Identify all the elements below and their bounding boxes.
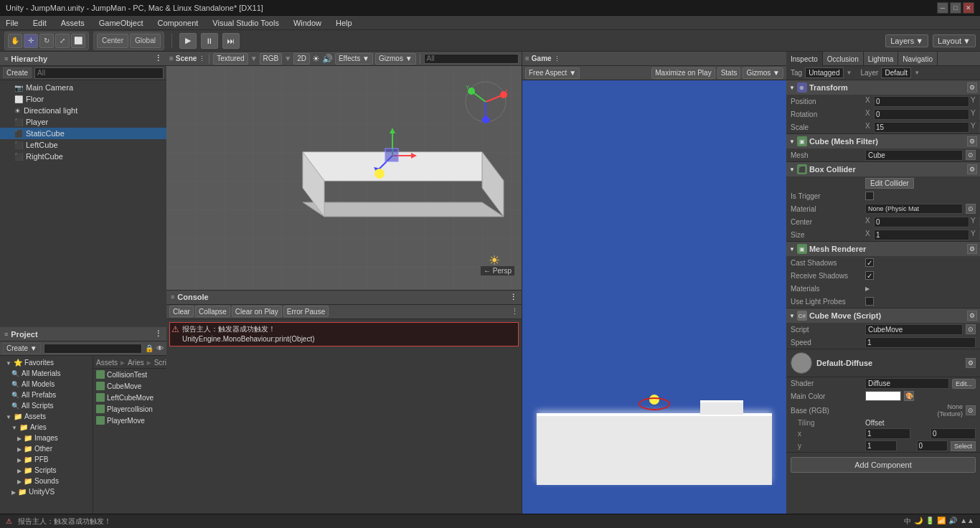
hierarchy-item-right-cube[interactable]: ⬛ RightCube — [0, 151, 166, 162]
sx-input[interactable] — [874, 230, 969, 240]
file-player-move[interactable]: PlayerMove — [93, 415, 166, 426]
game-gizmos-button[interactable]: Gizmos ▼ — [743, 67, 783, 79]
file-player-collision[interactable]: Playercollision — [93, 403, 166, 415]
offset-y-input[interactable] — [917, 440, 948, 451]
cx-input[interactable] — [874, 217, 969, 227]
tree-assets[interactable]: 📁 Assets — [0, 411, 93, 422]
2d-button[interactable]: 2D — [293, 53, 310, 65]
hierarchy-search-input[interactable] — [34, 67, 164, 79]
breadcrumb-aries[interactable]: Aries — [128, 359, 144, 367]
maximize-on-play-button[interactable]: Maximize on Play — [651, 67, 715, 79]
tab-lightmap[interactable]: Lightma — [864, 52, 899, 66]
menu-gameobject[interactable]: GameObject — [96, 19, 146, 27]
menu-edit[interactable]: Edit — [30, 19, 50, 27]
console-options-icon[interactable]: ⋮ — [509, 293, 517, 302]
layout-dropdown[interactable]: Layout ▼ — [933, 34, 976, 47]
console-clear-button[interactable]: Clear — [169, 306, 194, 317]
console-entry-0[interactable]: ⚠ 报告主人：触发器成功触发！ UnityEngine.MonoBehaviou… — [169, 322, 519, 346]
tiling-y-input[interactable] — [865, 440, 897, 451]
script-select-icon[interactable]: ⊙ — [966, 324, 976, 334]
tab-occlusion[interactable]: Occlusion — [823, 52, 864, 66]
tree-images[interactable]: 📁 Images — [0, 433, 93, 443]
tree-sounds[interactable]: 📁 Sounds — [0, 476, 93, 486]
minimize-button[interactable]: ─ — [937, 2, 948, 14]
console-collapse-button[interactable]: Collapse — [195, 306, 230, 317]
cube-move-settings-icon[interactable]: ⚙ — [967, 311, 977, 321]
layer-dropdown[interactable]: Default — [881, 67, 911, 78]
tree-scripts[interactable]: 📁 Scripts — [0, 465, 93, 476]
file-cube-move[interactable]: CubeMove — [93, 380, 166, 392]
cube-move-header[interactable]: ▼ C# Cube Move (Script) ⚙ — [786, 308, 980, 323]
hierarchy-options-icon[interactable]: ⋮ — [154, 54, 162, 63]
select-button[interactable]: Select — [951, 441, 976, 451]
console-error-pause-button[interactable]: Error Pause — [283, 306, 329, 317]
cast-shadows-checkbox[interactable] — [865, 258, 874, 267]
menu-vs-tools[interactable]: Visual Studio Tools — [209, 19, 282, 27]
tab-navigation[interactable]: Navigatio — [898, 52, 938, 66]
is-trigger-checkbox[interactable] — [865, 192, 874, 200]
rgb-button[interactable]: RGB — [260, 53, 283, 65]
step-button[interactable]: ⏭ — [222, 33, 240, 49]
maximize-button[interactable]: □ — [950, 2, 961, 14]
offset-x-input[interactable] — [930, 428, 976, 439]
file-collision-test[interactable]: CollisionTest — [93, 369, 166, 380]
file-left-cube-move[interactable]: LeftCubeMove — [93, 392, 166, 403]
use-light-probes-checkbox[interactable] — [865, 297, 874, 306]
breadcrumb-assets[interactable]: Assets — [96, 359, 118, 367]
close-button[interactable]: ✕ — [963, 2, 974, 14]
material-settings-icon[interactable]: ⚙ — [966, 358, 976, 368]
shader-edit-button[interactable]: Edit... — [952, 379, 976, 389]
hand-tool[interactable]: ✋ — [8, 34, 22, 48]
center-button[interactable]: Center — [97, 34, 128, 48]
stats-button[interactable]: Stats — [717, 67, 741, 79]
tree-all-prefabs[interactable]: 🔍 All Prefabs — [0, 390, 93, 400]
play-button[interactable]: ▶ — [179, 33, 197, 49]
transform-settings-icon[interactable]: ⚙ — [967, 82, 977, 93]
mesh-renderer-settings-icon[interactable]: ⚙ — [967, 244, 977, 254]
mesh-filter-settings-icon[interactable]: ⚙ — [967, 136, 977, 146]
scale-x-input[interactable] — [874, 122, 969, 133]
mesh-select-icon[interactable]: ⊙ — [966, 150, 976, 160]
pos-x-input[interactable] — [874, 96, 969, 107]
tree-all-materials[interactable]: 🔍 All Materials — [0, 368, 93, 379]
tab-inspector[interactable]: Inspecto — [786, 52, 823, 66]
tree-other[interactable]: 📁 Other — [0, 443, 93, 454]
breadcrumb-scripts[interactable]: Scripts — [154, 359, 166, 367]
box-collider-settings-icon[interactable]: ⚙ — [967, 164, 977, 174]
scene-light-icon[interactable]: ☀ — [312, 54, 320, 64]
tiling-x-input[interactable] — [865, 428, 910, 439]
menu-file[interactable]: File — [3, 19, 22, 27]
tree-favorites[interactable]: ⭐ Favorites — [0, 357, 93, 368]
menu-window[interactable]: Window — [291, 19, 324, 27]
mesh-renderer-header[interactable]: ▼ ▣ Mesh Renderer ⚙ — [786, 242, 980, 256]
tree-all-scripts[interactable]: 🔍 All Scripts — [0, 400, 93, 411]
console-options-btn[interactable]: ⋮ — [511, 307, 519, 316]
hierarchy-item-directional-light[interactable]: ☀ Directional light — [0, 105, 166, 116]
project-create-button[interactable]: Create ▼ — [3, 343, 41, 354]
menu-assets[interactable]: Assets — [58, 19, 88, 27]
menu-help[interactable]: Help — [333, 19, 355, 27]
hierarchy-create-button[interactable]: Create — [3, 67, 32, 78]
scene-options-icon[interactable]: ⋮ — [199, 55, 205, 62]
rot-x-input[interactable] — [874, 109, 969, 120]
color-picker-icon[interactable]: 🎨 — [904, 391, 914, 401]
menu-component[interactable]: Component — [154, 19, 201, 27]
tag-dropdown[interactable]: Untagged — [805, 67, 843, 78]
speed-input[interactable] — [865, 337, 976, 348]
rotate-tool[interactable]: ↻ — [39, 34, 54, 48]
tree-unityvs[interactable]: 📁 UnityVS — [0, 486, 93, 497]
hierarchy-item-static-cube[interactable]: ⬛ StaticCube — [0, 128, 166, 139]
material-select-icon[interactable]: ⊙ — [966, 204, 976, 214]
transform-header[interactable]: ▼ ⊕ Transform ⚙ — [786, 80, 980, 95]
game-view[interactable] — [522, 80, 786, 514]
scene-search-input[interactable] — [424, 54, 519, 64]
project-options-icon[interactable]: ⋮ — [154, 329, 162, 339]
tree-pfb[interactable]: 📁 PFB — [0, 454, 93, 465]
tree-aries[interactable]: 📁 Aries — [0, 422, 93, 433]
layers-dropdown[interactable]: Layers ▼ — [885, 34, 928, 47]
main-color-swatch[interactable] — [865, 391, 901, 401]
console-clear-on-play-button[interactable]: Clear on Play — [232, 306, 282, 317]
rect-tool[interactable]: ⬜ — [71, 34, 85, 48]
scene-audio-icon[interactable]: 🔊 — [322, 54, 333, 64]
hierarchy-item-floor[interactable]: ⬜ Floor — [0, 93, 166, 105]
